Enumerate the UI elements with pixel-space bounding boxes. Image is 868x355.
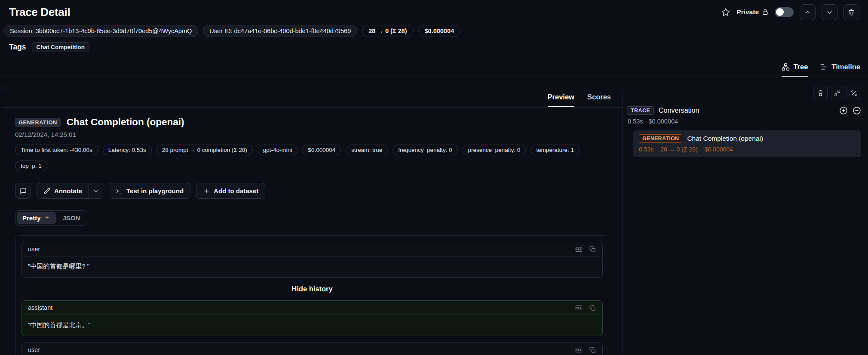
generation-type-badge: GENERATION [15, 118, 61, 127]
hide-history-toggle[interactable]: Hide history [21, 285, 603, 293]
annotate-label: Annotate [54, 187, 82, 194]
message-user-1: user "中国的首都是哪里? " [21, 242, 603, 278]
metric-pill-model: gpt-4o-mini [258, 145, 298, 155]
generation-metrics: 0.53s 28 → 0 (Σ 28) $0.000004 [639, 146, 856, 153]
json-tab[interactable]: JSON [57, 212, 86, 224]
trace-tree-root[interactable]: TRACE Conversation [627, 106, 861, 115]
tree-toolbar [627, 86, 861, 100]
tab-tree-view[interactable]: Tree [782, 58, 808, 77]
timeline-tab-label: Timeline [831, 63, 860, 71]
toggle-metrics-button[interactable] [847, 86, 861, 100]
tags-label: Tags [9, 43, 26, 52]
generation-name: Chat Completion (openai) [687, 135, 763, 142]
toggle-scores-button[interactable] [813, 86, 828, 100]
message-user-2: user "谢谢" [21, 343, 603, 355]
previous-trace-button[interactable] [800, 4, 816, 20]
observation-title: Chat Completion (openai) [67, 117, 184, 128]
message-role: user [28, 346, 40, 353]
collapse-all-button[interactable] [853, 106, 861, 115]
format-toggle: Pretty JSON [15, 210, 87, 225]
message-assistant-1: assistant "中国的首都是北京。" [21, 300, 603, 336]
view-switch-bar: Tree Timeline [0, 58, 868, 77]
trace-type-badge: TRACE [627, 106, 654, 115]
copy-icon[interactable] [589, 304, 596, 312]
timeline-icon [820, 63, 828, 71]
privacy-indicator: Private [736, 8, 769, 16]
content-area: Preview Scores GENERATION Chat Completio… [0, 77, 868, 355]
metric-pill-cost: $0.000004 [302, 145, 341, 155]
markdown-icon[interactable] [574, 346, 583, 354]
total-cost-badge: $0.000004 [418, 25, 461, 37]
next-trace-button[interactable] [822, 4, 837, 20]
metric-pill-latency: Latency: 0.53s [103, 145, 152, 155]
tab-timeline-view[interactable]: Timeline [820, 58, 860, 77]
bookmark-star-button[interactable] [721, 7, 730, 17]
annotate-split-button: Annotate [37, 183, 103, 199]
trash-icon [848, 9, 855, 16]
page-title: Trace Detail [9, 6, 70, 19]
metric-pill-top-p: top_p: 1 [15, 161, 47, 171]
public-private-toggle[interactable] [775, 7, 794, 17]
add-to-dataset-label: Add to dataset [214, 187, 258, 194]
chevron-down-icon [826, 9, 833, 16]
trace-latency: 0.53s [628, 118, 643, 125]
metric-pill-presence-penalty: presence_penalty: 0 [463, 145, 526, 155]
message-content: "中国的首都是北京。" [22, 315, 602, 336]
top-bar: Trace Detail Private [0, 0, 868, 22]
award-icon [817, 90, 824, 97]
comment-button[interactable] [15, 183, 31, 199]
annotate-button[interactable]: Annotate [37, 183, 89, 198]
message-role: assistant [28, 304, 52, 311]
observation-panel: Preview Scores GENERATION Chat Completio… [2, 87, 623, 355]
delete-trace-button[interactable] [843, 4, 859, 20]
session-badge[interactable]: Session: 3bb00ec7-1b13-4c9b-85ee-3d9d70f… [3, 25, 198, 37]
observation-header: GENERATION Chat Completion (openai) 02/1… [2, 108, 623, 171]
trace-meta-row: Session: 3bb00ec7-1b13-4c9b-85ee-3d9d70f… [0, 22, 868, 40]
tree-icon [782, 63, 790, 71]
collapse-icon [834, 90, 841, 97]
generation-cost: $0.000004 [705, 146, 733, 153]
tag-chip[interactable]: Chat Competition [32, 42, 90, 52]
message-role: user [28, 246, 40, 253]
pen-icon [43, 188, 50, 194]
plus-circle-icon [839, 106, 848, 115]
privacy-label: Private [736, 8, 759, 16]
tree-node-generation[interactable]: GENERATION Chat Completion (openai) 0.53… [633, 130, 861, 157]
metric-pill-stream: stream: true [346, 145, 388, 155]
tab-preview[interactable]: Preview [548, 87, 574, 107]
comment-icon [20, 188, 27, 194]
metric-pill-ttft: Time to first token: -430.00s [15, 145, 98, 155]
star-icon [721, 7, 730, 17]
observation-timestamp: 02/12/2024, 14:25:01 [15, 131, 610, 138]
message-content: "中国的首都是哪里? " [22, 256, 602, 277]
user-id-badge[interactable]: User ID: dc47a41e-06bc-400d-bde1-f0e440d… [203, 25, 357, 37]
panel-tabs: Preview Scores [2, 87, 623, 108]
tab-scores[interactable]: Scores [587, 87, 611, 107]
generation-type-badge: GENERATION [639, 134, 682, 143]
copy-icon[interactable] [589, 246, 596, 253]
tree-tab-label: Tree [793, 63, 808, 71]
terminal-icon [116, 188, 123, 194]
generation-tokens: 28 → 0 (Σ 28) [660, 146, 697, 153]
chevron-up-icon [804, 9, 811, 16]
topbar-actions: Private [721, 4, 859, 20]
test-in-playground-button[interactable]: Test in playground [109, 183, 190, 199]
trace-metrics: 0.53s $0.000004 [628, 118, 861, 125]
metric-pill-frequency-penalty: frequency_penalty: 0 [393, 145, 457, 155]
copy-icon[interactable] [589, 346, 596, 354]
trace-tree-panel: TRACE Conversation 0.53s $0.000004 GENER… [623, 77, 868, 157]
pretty-tab[interactable]: Pretty [17, 212, 56, 224]
io-preview-card: user "中国的首都是哪里? " Hide history assistant [15, 235, 609, 355]
pretty-label: Pretty [22, 214, 41, 222]
markdown-icon[interactable] [574, 304, 583, 312]
collapse-view-button[interactable] [830, 86, 844, 100]
tags-row: Tags Chat Competition [0, 40, 868, 58]
metric-pill-temperature: temperature: 1 [531, 145, 580, 155]
trace-cost: $0.000004 [648, 118, 678, 125]
annotate-dropdown-button[interactable] [89, 183, 103, 198]
expand-all-button[interactable] [839, 106, 848, 115]
add-to-dataset-button[interactable]: Add to dataset [196, 183, 265, 199]
markdown-icon[interactable] [574, 246, 583, 253]
token-usage-badge: 28 → 0 (Σ 28) [362, 25, 413, 37]
toggle-knob [776, 8, 784, 16]
